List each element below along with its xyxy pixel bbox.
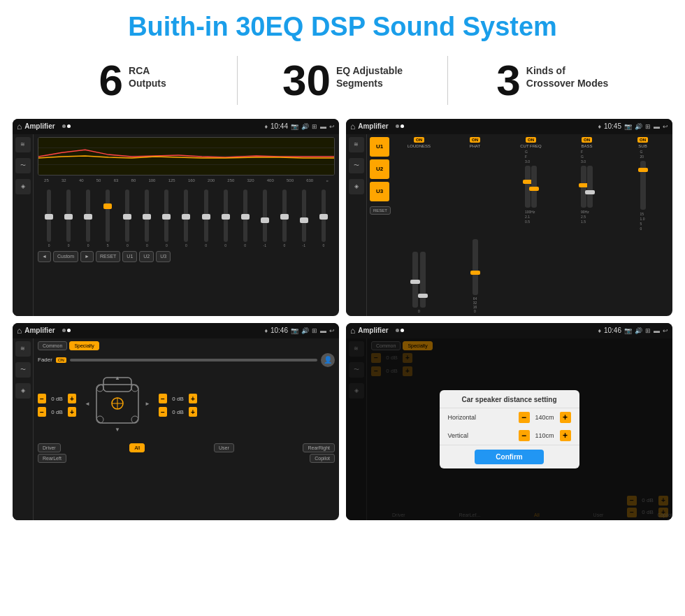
left-vol-val-1: 0 dB	[48, 396, 66, 402]
eq-u1-btn[interactable]: U1	[122, 251, 137, 262]
back-icon-1[interactable]: ↩	[329, 123, 335, 130]
user-btn-s3[interactable]: User	[214, 443, 234, 452]
right-vol-plus-2[interactable]: +	[189, 407, 197, 417]
phat-on[interactable]: ON	[470, 137, 480, 143]
sub-slider[interactable]	[640, 161, 646, 210]
back-icon-2[interactable]: ↩	[663, 123, 668, 130]
cutfreq-on[interactable]: ON	[526, 137, 536, 143]
eq-u2-btn[interactable]: U2	[139, 251, 154, 262]
stats-row: 6 RCA Outputs 30 EQ Adjustable Segments …	[0, 49, 685, 115]
volume-icon-2: 🔊	[635, 123, 642, 130]
eq-slider-6[interactable]: 0	[164, 189, 168, 248]
fader-on-badge[interactable]: ON	[56, 357, 66, 363]
right-vol-plus-1[interactable]: +	[189, 394, 197, 403]
right-vol-minus-2[interactable]: −	[159, 407, 167, 417]
u3-button[interactable]: U3	[370, 182, 389, 201]
loudness-slider2[interactable]	[420, 252, 426, 308]
wave-sidebar-btn[interactable]: 〜	[15, 158, 31, 173]
copilot-btn[interactable]: Copilot	[310, 454, 335, 463]
side-controls-3: ≋ 〜 ◈	[13, 338, 34, 520]
left-vol-minus-1[interactable]: −	[38, 394, 46, 403]
rear-right-btn[interactable]: RearRight	[303, 443, 335, 452]
vertical-minus[interactable]: −	[519, 430, 530, 441]
eq-slider-13[interactable]: -1	[302, 189, 306, 248]
cutfreq-slider2[interactable]	[531, 166, 537, 208]
home-icon-2[interactable]: ⌂	[350, 122, 355, 131]
loudness-on[interactable]: ON	[414, 137, 424, 143]
wave-sidebar-btn-3[interactable]: 〜	[15, 362, 31, 378]
eq-slider-14[interactable]: 0	[322, 189, 326, 248]
bass-on[interactable]: ON	[582, 137, 592, 143]
horizontal-minus[interactable]: −	[519, 412, 530, 423]
stat-divider-1	[237, 56, 238, 105]
back-icon-3[interactable]: ↩	[329, 327, 335, 334]
phat-slider[interactable]	[473, 239, 478, 295]
fader-slider[interactable]	[70, 359, 317, 361]
eq-next-btn[interactable]: ►	[80, 251, 94, 262]
home-icon-4[interactable]: ⌂	[350, 326, 355, 336]
eq-slider-0[interactable]: 0	[47, 189, 51, 248]
dialog-title: Car speaker distance setting	[440, 390, 579, 408]
reset-btn[interactable]: RESET	[370, 206, 391, 215]
eq-u3-btn[interactable]: U3	[156, 251, 171, 262]
speaker-sidebar-btn-2[interactable]: ◈	[349, 179, 364, 194]
eq-sidebar-btn-2[interactable]: ≋	[349, 137, 364, 152]
status-dots-4	[396, 329, 404, 332]
eq-slider-11[interactable]: -1	[263, 189, 267, 248]
right-vol-val-1: 0 dB	[169, 396, 187, 402]
u1-button[interactable]: U1	[370, 137, 389, 157]
svg-point-8	[96, 416, 103, 423]
eq-sidebar-btn[interactable]: ≋	[15, 137, 31, 152]
horizontal-plus[interactable]: +	[560, 412, 571, 423]
all-btn[interactable]: All	[129, 443, 145, 452]
left-vol-val-2: 0 dB	[48, 409, 66, 415]
eq-slider-9[interactable]: 0	[224, 189, 228, 248]
dot	[401, 329, 404, 332]
eq-slider-1[interactable]: 0	[66, 189, 71, 248]
eq-slider-10[interactable]: 0	[243, 189, 247, 248]
status-bar-4: ⌂ Amplifier ♦ 10:46 📷 🔊 ⊞ ▬ ↩	[346, 323, 672, 338]
screen2-title: Amplifier	[358, 122, 388, 130]
speaker-sidebar-btn[interactable]: ◈	[15, 179, 31, 194]
confirm-button[interactable]: Confirm	[475, 450, 543, 464]
back-icon-4[interactable]: ↩	[663, 327, 668, 334]
left-vol-plus-2[interactable]: +	[68, 407, 76, 417]
vertical-plus[interactable]: +	[560, 430, 571, 441]
eq-slider-4[interactable]: 0	[125, 189, 129, 248]
sub-label: SUB	[638, 144, 647, 148]
vertical-label: Vertical	[448, 432, 486, 439]
u2-button[interactable]: U2	[370, 159, 389, 179]
loudness-slider[interactable]	[412, 252, 418, 308]
sub-on[interactable]: ON	[637, 137, 648, 143]
eq-slider-3[interactable]: 5	[106, 189, 110, 248]
speaker-sidebar-btn-3[interactable]: ◈	[15, 383, 31, 399]
screen3-main: Common Specialty Fader ON 👤	[34, 338, 339, 520]
home-icon-3[interactable]: ⌂	[17, 326, 22, 336]
horizontal-value: 140cm	[533, 414, 557, 421]
eq-slider-2[interactable]: 0	[86, 189, 90, 248]
eq-slider-5[interactable]: 0	[145, 189, 149, 248]
left-vol-minus-2[interactable]: −	[38, 407, 46, 417]
driver-btn[interactable]: Driver	[38, 443, 61, 452]
eq-slider-12[interactable]: 0	[282, 189, 287, 248]
wave-sidebar-btn-2[interactable]: 〜	[349, 158, 364, 173]
screen4-title: Amplifier	[358, 327, 388, 334]
tab-common[interactable]: Common	[38, 341, 67, 350]
home-icon[interactable]: ⌂	[17, 122, 22, 131]
svg-point-9	[131, 416, 138, 423]
left-vol-plus-1[interactable]: +	[68, 394, 76, 403]
eq-sidebar-btn-3[interactable]: ≋	[15, 341, 31, 357]
eq-custom-btn[interactable]: Custom	[53, 251, 78, 262]
bass-slider2[interactable]	[587, 166, 593, 208]
right-vol-minus-1[interactable]: −	[159, 394, 167, 403]
tab-specialty[interactable]: Specialty	[69, 341, 99, 350]
eq-slider-7[interactable]: 0	[184, 189, 188, 248]
profile-icon[interactable]: 👤	[321, 353, 335, 367]
eq-slider-8[interactable]: 0	[204, 189, 208, 248]
channel-sub: ON SUB G20 151.050	[616, 137, 670, 313]
bass-slider1[interactable]	[581, 166, 586, 208]
eq-reset-btn[interactable]: RESET	[96, 251, 120, 262]
rear-left-btn[interactable]: RearLeft	[38, 454, 66, 463]
eq-prev-btn[interactable]: ◄	[38, 251, 51, 262]
status-bar-2: ⌂ Amplifier ♦ 10:45 📷 🔊 ⊞ ▬ ↩	[346, 119, 672, 134]
